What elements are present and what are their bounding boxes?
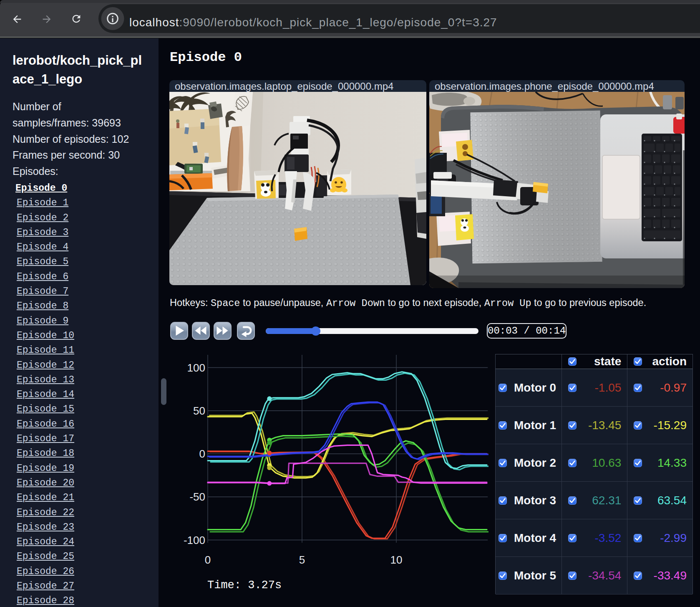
svg-text:0: 0 bbox=[199, 448, 205, 460]
svg-text:100: 100 bbox=[187, 362, 205, 374]
svg-text:5: 5 bbox=[299, 554, 305, 566]
svg-text:-100: -100 bbox=[184, 534, 205, 546]
svg-text:10: 10 bbox=[390, 554, 403, 566]
svg-text:50: 50 bbox=[193, 405, 205, 417]
svg-text:-50: -50 bbox=[189, 491, 205, 503]
svg-text:0: 0 bbox=[205, 554, 211, 566]
